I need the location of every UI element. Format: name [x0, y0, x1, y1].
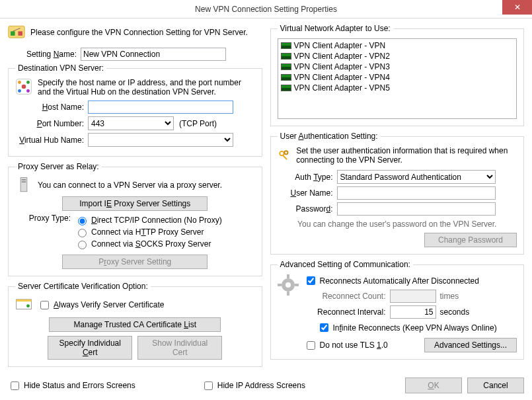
auth-legend: User Authentication Setting:	[278, 132, 381, 141]
password-input[interactable]	[337, 202, 496, 216]
manage-ca-button[interactable]: Manage Trusted CA Certificate List	[49, 317, 221, 332]
port-suffix: (TCP Port)	[179, 119, 217, 128]
adapter-legend: Virtual Network Adapter to Use:	[278, 24, 393, 33]
svg-rect-22	[278, 284, 282, 286]
port-label: Port Number:	[15, 119, 88, 128]
hostname-input[interactable]	[88, 100, 233, 114]
proxy-server-icon	[15, 177, 32, 194]
show-cert-button[interactable]: Show Individual Cert	[137, 336, 222, 360]
svg-rect-16	[282, 155, 287, 160]
list-item[interactable]: VPN Client Adapter - VPN3	[280, 61, 515, 72]
specify-cert-button[interactable]: Specify Individual Cert	[48, 336, 132, 360]
advanced-settings-button[interactable]: Advanced Settings...	[424, 338, 517, 352]
interval-suffix: seconds	[440, 307, 470, 317]
adapter-listbox[interactable]: VPN Client Adapter - VPN VPN Client Adap…	[278, 38, 517, 119]
reconnect-auto-label: Reconnects Automatically After Disconnec…	[320, 276, 479, 286]
svg-point-7	[18, 89, 21, 93]
count-suffix: times	[440, 292, 459, 301]
infinite-reconnects-label: Infinite Reconnects (Keep VPN Always Onl…	[333, 323, 497, 333]
svg-point-8	[26, 89, 30, 93]
list-item[interactable]: VPN Client Adapter - VPN4	[280, 72, 515, 83]
svg-point-17	[284, 151, 287, 154]
close-button[interactable]: ✕	[502, 0, 532, 15]
svg-point-5	[18, 81, 21, 84]
setting-name-input[interactable]	[81, 48, 226, 61]
adapter-group: Virtual Network Adapter to Use: VPN Clie…	[270, 24, 525, 126]
cert-group: Server Certificate Verification Option: …	[8, 282, 262, 367]
hide-status-checkbox[interactable]	[11, 381, 19, 390]
svg-point-19	[285, 282, 291, 288]
network-adapter-icon	[281, 63, 291, 70]
cert-legend: Server Certificate Verification Option:	[15, 282, 151, 291]
port-select[interactable]: 443	[88, 116, 174, 130]
auth-type-select[interactable]: Standard Password Authentication	[337, 170, 496, 184]
advanced-legend: Advanced Setting of Communication:	[278, 260, 413, 269]
network-adapter-icon	[281, 53, 291, 60]
vhub-label: Virtual Hub Name:	[15, 136, 88, 145]
vpn-connection-icon	[8, 24, 25, 41]
hide-ip-checkbox[interactable]	[204, 381, 213, 390]
svg-rect-23	[295, 284, 299, 286]
list-item[interactable]: VPN Client Adapter - VPN5	[280, 83, 515, 93]
certificate-icon	[15, 296, 32, 313]
reconnect-interval-label: Reconnect Interval:	[304, 307, 390, 317]
reconnect-auto-checkbox[interactable]	[307, 276, 315, 285]
proxy-socks-radio[interactable]	[78, 241, 87, 249]
intro-text: Please configure the VPN Connection Sett…	[30, 28, 248, 37]
ok-button[interactable]: OK	[405, 378, 462, 393]
password-label: Password:	[278, 204, 337, 214]
destination-legend: Destination VPN Server:	[15, 63, 106, 73]
proxy-direct-radio[interactable]	[78, 217, 87, 225]
always-verify-label: Always Verify Server Certificate	[54, 300, 164, 309]
titlebar: New VPN Connection Setting Properties ✕	[0, 0, 532, 19]
change-password-button[interactable]: Change Password	[424, 233, 517, 247]
destination-desc: Specify the host name or IP address, and…	[38, 78, 255, 97]
username-label: User Name:	[278, 188, 337, 198]
svg-rect-11	[22, 181, 26, 182]
no-tls-checkbox[interactable]	[307, 341, 315, 350]
list-item[interactable]: VPN Client Adapter - VPN	[280, 40, 515, 51]
proxy-group: Proxy Server as Relay: You can connect t…	[8, 162, 262, 276]
svg-point-14	[26, 304, 30, 307]
destination-group: Destination VPN Server: Specify the host…	[8, 63, 262, 157]
proxy-http-radio[interactable]	[78, 229, 87, 237]
auth-type-label: Auth Type:	[278, 173, 337, 182]
svg-rect-10	[22, 179, 26, 180]
close-icon: ✕	[514, 3, 521, 12]
svg-point-4	[22, 85, 26, 89]
vhub-select[interactable]	[88, 133, 233, 147]
proxy-socks-label: Connect via SOCKS Proxy Server	[91, 239, 211, 249]
proxy-direct-label: Direct TCP/IP Connection (No Proxy)	[91, 216, 222, 225]
auth-note: You can change the user's password on th…	[278, 220, 517, 229]
proxy-legend: Proxy Server as Relay:	[15, 162, 102, 171]
window-title: New VPN Connection Setting Properties	[195, 5, 337, 14]
network-adapter-icon	[281, 42, 291, 49]
gear-icon	[278, 274, 299, 296]
hostname-label: Host Name:	[15, 102, 88, 112]
svg-rect-1	[11, 31, 15, 36]
proxy-http-label: Connect via HTTP Proxy Server	[91, 227, 204, 237]
hide-status-label: Hide Status and Errors Screens	[24, 381, 135, 390]
server-hub-icon	[15, 78, 32, 95]
username-input[interactable]	[337, 186, 496, 200]
svg-rect-20	[287, 274, 289, 278]
keys-icon	[278, 146, 291, 166]
svg-point-6	[26, 81, 30, 84]
reconnect-count-label: Reconnect Count:	[304, 292, 390, 301]
no-tls-label: Do not use TLS 1.0	[320, 340, 388, 350]
infinite-reconnects-checkbox[interactable]	[320, 323, 328, 332]
hide-ip-label: Hide IP Address Screens	[217, 381, 305, 390]
reconnect-count-input	[390, 290, 436, 303]
always-verify-checkbox[interactable]	[40, 301, 49, 309]
list-item[interactable]: VPN Client Adapter - VPN2	[280, 51, 515, 61]
proxy-server-setting-button[interactable]: Proxy Server Setting	[62, 255, 208, 269]
reconnect-interval-input[interactable]	[390, 305, 436, 319]
network-adapter-icon	[281, 85, 291, 91]
proxy-desc: You can connect to a VPN Server via a pr…	[38, 180, 255, 190]
svg-rect-2	[18, 31, 22, 36]
import-ie-proxy-button[interactable]: Import IE Proxy Server Settings	[62, 196, 208, 211]
cancel-button[interactable]: Cancel	[467, 378, 524, 393]
setting-name-label: Setting Name:	[8, 50, 81, 59]
auth-group: User Authentication Setting: Set the use…	[270, 132, 525, 255]
network-adapter-icon	[281, 74, 291, 81]
